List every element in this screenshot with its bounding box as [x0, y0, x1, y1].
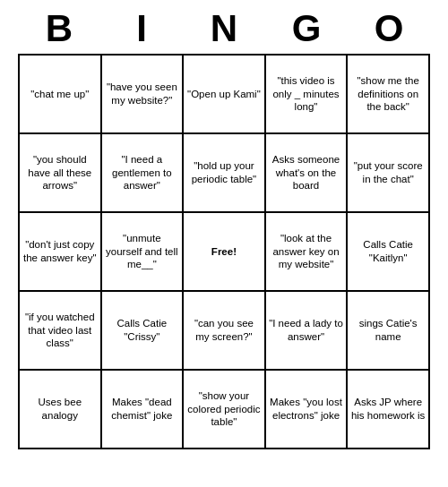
cell-r0-c3: "this video is only _ minutes long": [265, 55, 348, 133]
cell-r2-c2: Free!: [183, 212, 265, 291]
cell-r4-c3: Makes "you lost electrons" joke: [265, 370, 348, 449]
cell-r3-c3: "I need a lady to answer": [265, 291, 348, 370]
cell-r0-c2: "Open up Kami": [183, 55, 265, 133]
title-letter-i: I: [109, 7, 174, 50]
cell-r3-c1: Calls Catie "Crissy": [101, 291, 184, 370]
cell-r0-c1: "have you seen my website?": [101, 55, 184, 133]
title-letter-g: G: [274, 7, 339, 50]
cell-r4-c0: Uses bee analogy: [19, 370, 101, 449]
cell-r0-c4: "show me the definitions on the back": [347, 55, 429, 133]
cell-r1-c3: Asks someone what's on the board: [265, 133, 348, 212]
title-letter-o: O: [357, 7, 421, 50]
cell-r4-c4: Asks JP where his homework is: [347, 370, 429, 449]
title-letter-b: B: [27, 7, 91, 50]
cell-r1-c2: "hold up your periodic table": [183, 133, 265, 212]
cell-r2-c3: "look at the answer key on my website": [265, 212, 348, 291]
cell-r3-c0: "if you watched that video last class": [19, 291, 101, 370]
cell-r1-c4: "put your score in the chat": [347, 133, 429, 212]
cell-r1-c1: "I need a gentlemen to answer": [101, 133, 184, 212]
bingo-title: BINGO: [18, 0, 430, 54]
title-letter-n: N: [192, 7, 256, 50]
bingo-grid: "chat me up""have you seen my website?""…: [18, 54, 430, 449]
cell-r0-c0: "chat me up": [19, 55, 101, 133]
cell-r3-c2: "can you see my screen?": [183, 291, 265, 370]
cell-r2-c4: Calls Catie "Kaitlyn": [347, 212, 429, 291]
cell-r4-c2: "show your colored periodic table": [183, 370, 265, 449]
cell-r3-c4: sings Catie's name: [347, 291, 429, 370]
cell-r2-c1: "unmute yourself and tell me__": [101, 212, 184, 291]
cell-r1-c0: "you should have all these arrows": [19, 133, 101, 212]
cell-r2-c0: "don't just copy the answer key": [19, 212, 101, 291]
cell-r4-c1: Makes "dead chemist" joke: [101, 370, 184, 449]
